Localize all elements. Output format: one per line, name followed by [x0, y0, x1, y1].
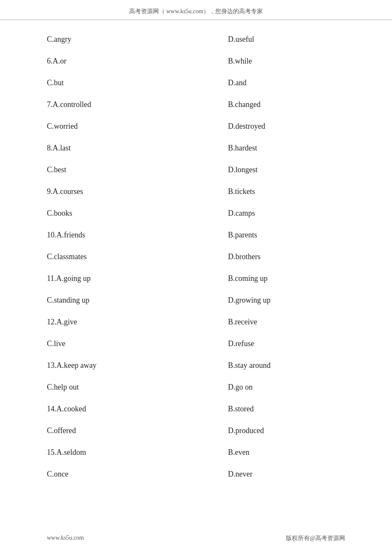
qa-item-right-11: B.coming up	[202, 268, 358, 289]
qa-item-left-16: C.help out	[47, 376, 202, 398]
qa-item-left-10: C.classmates	[47, 246, 202, 268]
qa-item-right-2: D.and	[202, 72, 358, 94]
qa-item-left-14: C.live	[47, 333, 202, 355]
qa-item-left-11: 11.A.going up	[47, 268, 202, 289]
qa-item-left-7: 9.A.courses	[47, 181, 202, 202]
qa-item-right-16: D.go on	[202, 376, 358, 398]
qa-item-right-13: B.receive	[202, 311, 358, 333]
qa-item-right-8: D.camps	[202, 202, 358, 224]
main-content: C.angryD.useful6.A.orB.whileC.butD.and7.…	[0, 24, 392, 519]
qa-item-right-19: B.even	[202, 442, 358, 463]
qa-item-right-15: B.stay around	[202, 355, 358, 376]
qa-item-right-20: D.never	[202, 463, 358, 485]
qa-item-left-17: 14.A.cooked	[47, 398, 202, 420]
qa-item-left-20: C.once	[47, 463, 202, 485]
qa-item-left-19: 15.A.seldom	[47, 442, 202, 463]
qa-item-left-13: 12.A.give	[47, 311, 202, 333]
qa-item-left-6: C.best	[47, 159, 202, 181]
qa-item-right-7: B.tickets	[202, 181, 358, 202]
qa-grid: C.angryD.useful6.A.orB.whileC.butD.and7.…	[47, 29, 358, 485]
page-footer: www.ks5u.com 版权所有@高考资源网	[0, 535, 392, 542]
qa-item-right-5: B.hardest	[202, 137, 358, 159]
qa-item-left-0: C.angry	[47, 29, 202, 50]
qa-item-left-4: C.worried	[47, 116, 202, 137]
footer-left: www.ks5u.com	[47, 535, 84, 542]
qa-item-right-17: B.stored	[202, 398, 358, 420]
qa-item-left-18: C.offered	[47, 420, 202, 442]
qa-item-right-6: D.longest	[202, 159, 358, 181]
header-text: 高考资源网（ www.ks5u.com），您身边的高考专家	[129, 8, 263, 14]
qa-item-right-4: D.destroyed	[202, 116, 358, 137]
qa-item-left-5: 8.A.last	[47, 137, 202, 159]
qa-item-left-2: C.but	[47, 72, 202, 94]
qa-item-right-18: D.produced	[202, 420, 358, 442]
qa-item-left-8: C.books	[47, 202, 202, 224]
qa-item-left-1: 6.A.or	[47, 50, 202, 72]
qa-item-left-3: 7.A.controlled	[47, 94, 202, 116]
qa-item-left-15: 13.A.keep away	[47, 355, 202, 376]
qa-item-left-9: 10.A.friends	[47, 224, 202, 246]
qa-item-right-12: D.growing up	[202, 289, 358, 311]
qa-item-right-1: B.while	[202, 50, 358, 72]
qa-item-right-9: B.parents	[202, 224, 358, 246]
qa-item-right-3: B.changed	[202, 94, 358, 116]
footer-right: 版权所有@高考资源网	[286, 535, 345, 542]
qa-item-right-0: D.useful	[202, 29, 358, 50]
qa-item-right-10: D.brothers	[202, 246, 358, 268]
qa-item-left-12: C.standing up	[47, 289, 202, 311]
qa-item-right-14: D.refuse	[202, 333, 358, 355]
page-header: 高考资源网（ www.ks5u.com），您身边的高考专家	[0, 0, 392, 20]
